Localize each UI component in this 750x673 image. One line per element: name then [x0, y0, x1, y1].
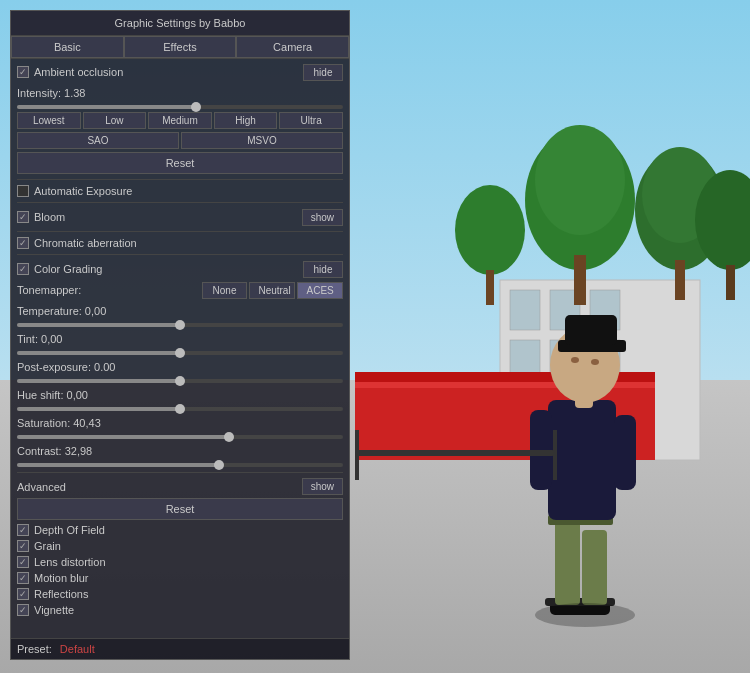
contrast-slider[interactable]: [17, 463, 343, 467]
contrast-label: Contrast: 32,98: [17, 445, 343, 457]
hue-shift-label: Hue shift: 0,00: [17, 389, 343, 401]
auto-exposure-row: Automatic Exposure: [17, 185, 343, 197]
tint-label: Tint: 0,00: [17, 333, 343, 345]
bloom-label: Bloom: [34, 211, 302, 223]
intensity-track: [17, 105, 343, 109]
hue-shift-label-row: Hue shift: 0,00: [17, 386, 343, 404]
post-exposure-label: Post-exposure: 0.00: [17, 361, 343, 373]
saturation-slider[interactable]: [17, 435, 343, 439]
intensity-label-row: Intensity: 1.38: [17, 84, 343, 102]
advanced-show-btn[interactable]: show: [302, 478, 343, 495]
auto-exposure-checkbox[interactable]: [17, 185, 29, 197]
svg-rect-14: [574, 255, 586, 305]
preset-value[interactable]: Default: [60, 643, 95, 655]
svg-point-35: [591, 359, 599, 365]
post-exposure-thumb[interactable]: [175, 376, 185, 386]
color-grading-hide-btn[interactable]: hide: [303, 261, 343, 278]
chromatic-checkbox[interactable]: ✓: [17, 237, 29, 249]
svg-rect-24: [555, 520, 580, 605]
ambient-occlusion-label: Ambient occlusion: [34, 66, 303, 78]
tint-slider[interactable]: [17, 351, 343, 355]
tab-camera[interactable]: Camera: [236, 36, 349, 58]
tonemapper-btn-group: None Neutral ACES: [202, 282, 343, 299]
saturation-label: Saturation: 40,43: [17, 417, 343, 429]
svg-rect-39: [553, 430, 557, 480]
saturation-thumb[interactable]: [224, 432, 234, 442]
dof-checkbox[interactable]: ✓: [17, 524, 29, 536]
quality-btn-group: Lowest Low Medium High Ultra: [17, 112, 343, 129]
tint-track: [17, 351, 343, 355]
temperature-label: Temperature: 0,00: [17, 305, 343, 317]
sao-btn[interactable]: SAO: [17, 132, 179, 149]
quality-high-btn[interactable]: High: [214, 112, 278, 129]
tint-fill: [17, 351, 180, 355]
vignette-checkbox[interactable]: ✓: [17, 604, 29, 616]
svg-rect-3: [510, 290, 540, 330]
panel-content[interactable]: ✓ Ambient occlusion hide Intensity: 1.38…: [11, 59, 349, 638]
tonemapper-label: Tonemapper:: [17, 284, 202, 296]
svg-point-36: [535, 603, 635, 627]
temperature-slider[interactable]: [17, 323, 343, 327]
temperature-thumb[interactable]: [175, 320, 185, 330]
svg-point-34: [571, 357, 579, 363]
svg-rect-19: [726, 265, 735, 300]
tonemapper-none-btn[interactable]: None: [202, 282, 248, 299]
tab-effects[interactable]: Effects: [124, 36, 237, 58]
divider-1: [17, 179, 343, 180]
tonemapper-neutral-btn[interactable]: Neutral: [249, 282, 295, 299]
post-exposure-track: [17, 379, 343, 383]
intensity-thumb[interactable]: [191, 102, 201, 112]
hue-shift-track: [17, 407, 343, 411]
vignette-label: Vignette: [34, 604, 343, 616]
intensity-label: Intensity: 1.38: [17, 87, 343, 99]
quality-ultra-btn[interactable]: Ultra: [279, 112, 343, 129]
grain-row: ✓ Grain: [17, 540, 343, 552]
intensity-slider[interactable]: [17, 105, 343, 109]
tint-thumb[interactable]: [175, 348, 185, 358]
bloom-show-btn[interactable]: show: [302, 209, 343, 226]
vignette-row: ✓ Vignette: [17, 604, 343, 616]
lens-distortion-checkbox[interactable]: ✓: [17, 556, 29, 568]
tab-basic[interactable]: Basic: [11, 36, 124, 58]
quality-low-btn[interactable]: Low: [83, 112, 147, 129]
ambient-occlusion-hide-btn[interactable]: hide: [303, 64, 343, 81]
advanced-header: Advanced show: [17, 478, 343, 495]
bloom-checkbox[interactable]: ✓: [17, 211, 29, 223]
lens-distortion-label: Lens distortion: [34, 556, 343, 568]
color-grading-checkbox[interactable]: ✓: [17, 263, 29, 275]
reflections-row: ✓ Reflections: [17, 588, 343, 600]
auto-exposure-label: Automatic Exposure: [34, 185, 343, 197]
tonemapper-aces-btn[interactable]: ACES: [297, 282, 343, 299]
ambient-occlusion-checkbox[interactable]: ✓: [17, 66, 29, 78]
settings-panel: Graphic Settings by Babbo Basic Effects …: [10, 10, 350, 660]
quality-lowest-btn[interactable]: Lowest: [17, 112, 81, 129]
hue-shift-slider[interactable]: [17, 407, 343, 411]
temperature-fill: [17, 323, 180, 327]
post-exposure-slider[interactable]: [17, 379, 343, 383]
svg-rect-37: [355, 450, 555, 456]
advanced-reset-btn[interactable]: Reset: [17, 498, 343, 520]
svg-rect-27: [548, 400, 616, 520]
type-btn-group: SAO MSVO: [17, 132, 343, 149]
contrast-track: [17, 463, 343, 467]
motion-blur-checkbox[interactable]: ✓: [17, 572, 29, 584]
temperature-label-row: Temperature: 0,00: [17, 302, 343, 320]
reflections-checkbox[interactable]: ✓: [17, 588, 29, 600]
contrast-thumb[interactable]: [214, 460, 224, 470]
intensity-fill: [17, 105, 196, 109]
color-grading-label: Color Grading: [34, 263, 303, 275]
divider-5: [17, 472, 343, 473]
grain-checkbox[interactable]: ✓: [17, 540, 29, 552]
ao-reset-btn[interactable]: Reset: [17, 152, 343, 174]
reflections-label: Reflections: [34, 588, 343, 600]
dof-row: ✓ Depth Of Field: [17, 524, 343, 536]
preset-label: Preset:: [17, 643, 52, 655]
svg-point-20: [455, 185, 525, 275]
bloom-row: ✓ Bloom show: [17, 208, 343, 226]
msvo-btn[interactable]: MSVO: [181, 132, 343, 149]
chromatic-row: ✓ Chromatic aberration: [17, 237, 343, 249]
quality-medium-btn[interactable]: Medium: [148, 112, 212, 129]
tonemapper-row: Tonemapper: None Neutral ACES: [17, 281, 343, 299]
hue-shift-thumb[interactable]: [175, 404, 185, 414]
contrast-fill: [17, 463, 219, 467]
